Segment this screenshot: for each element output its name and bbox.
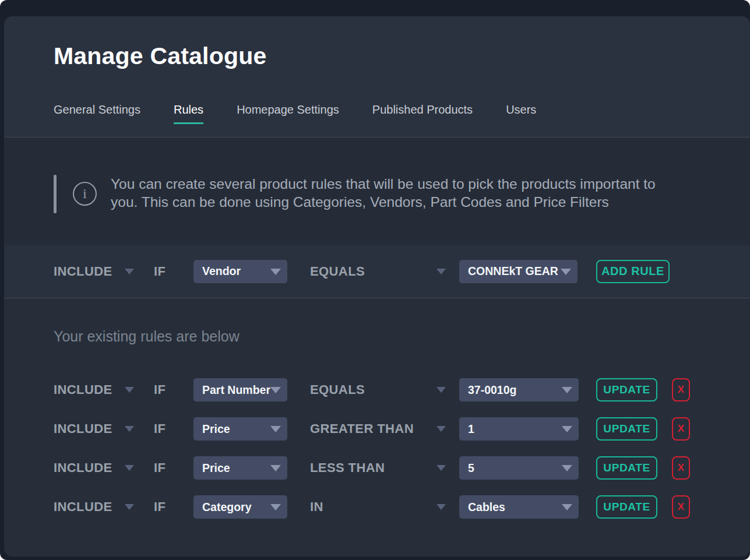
operator-dropdown-label[interactable]: EQUALS: [310, 382, 365, 397]
rule-row: INCLUDE IF Part Number EQUALS: [54, 378, 750, 401]
chevron-down-icon[interactable]: [436, 269, 446, 274]
existing-rules-heading: Your existing rules are below: [4, 298, 750, 345]
delete-rule-button[interactable]: X: [672, 417, 690, 441]
field-dropdown-value: Price: [202, 462, 230, 475]
chevron-down-icon: [270, 465, 281, 471]
value-dropdown-value: 1: [468, 422, 474, 436]
include-dropdown-label[interactable]: INCLUDE: [54, 382, 112, 397]
rule-row: INCLUDE IF Price GREATER THAN: [54, 417, 750, 441]
value-dropdown-value: 37-0010g: [468, 383, 516, 397]
chevron-down-icon: [270, 504, 281, 510]
chevron-down-icon: [270, 269, 281, 275]
rule-builder-row: INCLUDE IF Vendor EQUALS CONNEkT GEAR AD…: [4, 245, 750, 298]
value-dropdown[interactable]: 1: [459, 417, 579, 441]
info-section: i You can create several product rules t…: [4, 138, 750, 245]
operator-dropdown-label[interactable]: GREATER THAN: [310, 421, 414, 436]
update-rule-button[interactable]: UPDATE: [596, 456, 657, 480]
chevron-down-icon: [270, 426, 281, 432]
tab-bar: General Settings Rules Homepage Settings…: [4, 103, 750, 124]
update-rule-button[interactable]: UPDATE: [596, 378, 657, 401]
value-dropdown-value: 5: [468, 462, 474, 475]
field-dropdown-value: Part Number: [202, 383, 270, 397]
chevron-down-icon[interactable]: [436, 465, 446, 471]
field-dropdown-value: Vendor: [202, 265, 241, 278]
chevron-down-icon: [561, 269, 571, 275]
field-dropdown[interactable]: Price: [193, 456, 287, 480]
value-dropdown[interactable]: CONNEkT GEAR: [459, 260, 578, 283]
chevron-down-icon[interactable]: [125, 426, 134, 432]
update-rule-button[interactable]: UPDATE: [596, 495, 657, 519]
if-label: IF: [154, 421, 166, 436]
panel-header: Manage Catalogue General Settings Rules …: [4, 16, 750, 138]
rule-row: INCLUDE IF Category IN: [54, 495, 750, 519]
update-rule-button[interactable]: UPDATE: [596, 417, 657, 441]
manage-catalogue-panel: Manage Catalogue General Settings Rules …: [4, 16, 750, 557]
app-background: Manage Catalogue General Settings Rules …: [0, 0, 750, 560]
info-accent-bar: [54, 175, 57, 213]
field-dropdown-value: Price: [202, 422, 230, 436]
chevron-down-icon[interactable]: [436, 426, 446, 432]
value-dropdown-value: Cables: [468, 501, 505, 514]
field-dropdown-value: Category: [202, 501, 252, 514]
operator-dropdown-label[interactable]: IN: [310, 499, 323, 514]
tab-rules[interactable]: Rules: [174, 103, 203, 124]
chevron-down-icon[interactable]: [436, 504, 446, 510]
existing-rules-section: Your existing rules are below INCLUDE IF…: [4, 298, 750, 557]
chevron-down-icon: [562, 504, 572, 510]
rule-row: INCLUDE IF Price LESS THAN: [54, 456, 750, 480]
chevron-down-icon: [562, 465, 572, 471]
include-dropdown-label[interactable]: INCLUDE: [54, 421, 112, 436]
add-rule-button[interactable]: ADD RULE: [596, 260, 670, 283]
field-dropdown[interactable]: Category: [193, 495, 287, 519]
value-dropdown[interactable]: Cables: [459, 495, 579, 519]
chevron-down-icon[interactable]: [125, 465, 134, 471]
chevron-down-icon[interactable]: [125, 269, 134, 274]
page-title: Manage Catalogue: [4, 16, 750, 71]
if-label: IF: [154, 460, 166, 475]
chevron-down-icon: [562, 426, 572, 432]
info-text: You can create several product rules tha…: [111, 175, 685, 211]
chevron-down-icon: [270, 387, 281, 393]
tab-published-products[interactable]: Published Products: [372, 103, 473, 124]
tab-users[interactable]: Users: [506, 103, 536, 124]
chevron-down-icon[interactable]: [436, 387, 446, 393]
field-dropdown[interactable]: Part Number: [193, 378, 287, 401]
value-dropdown[interactable]: 5: [459, 456, 579, 480]
if-label: IF: [154, 499, 166, 514]
chevron-down-icon: [562, 387, 572, 393]
include-dropdown-label[interactable]: INCLUDE: [54, 264, 112, 279]
info-icon: i: [73, 182, 97, 206]
chevron-down-icon[interactable]: [125, 504, 134, 510]
field-dropdown[interactable]: Vendor: [193, 260, 287, 283]
if-label: IF: [154, 264, 166, 279]
include-dropdown-label[interactable]: INCLUDE: [54, 460, 112, 475]
field-dropdown[interactable]: Price: [193, 417, 287, 441]
include-dropdown-label[interactable]: INCLUDE: [54, 499, 112, 514]
delete-rule-button[interactable]: X: [672, 378, 690, 401]
existing-rules-list: INCLUDE IF Part Number EQUALS: [4, 378, 750, 519]
operator-dropdown-label[interactable]: EQUALS: [310, 264, 365, 279]
tab-homepage-settings[interactable]: Homepage Settings: [237, 103, 339, 124]
chevron-down-icon[interactable]: [125, 387, 134, 393]
value-dropdown[interactable]: 37-0010g: [459, 378, 579, 401]
tab-general-settings[interactable]: General Settings: [54, 103, 140, 124]
delete-rule-button[interactable]: X: [672, 495, 690, 519]
value-dropdown-value: CONNEkT GEAR: [468, 265, 558, 278]
if-label: IF: [154, 382, 166, 397]
delete-rule-button[interactable]: X: [672, 456, 690, 480]
operator-dropdown-label[interactable]: LESS THAN: [310, 460, 385, 475]
